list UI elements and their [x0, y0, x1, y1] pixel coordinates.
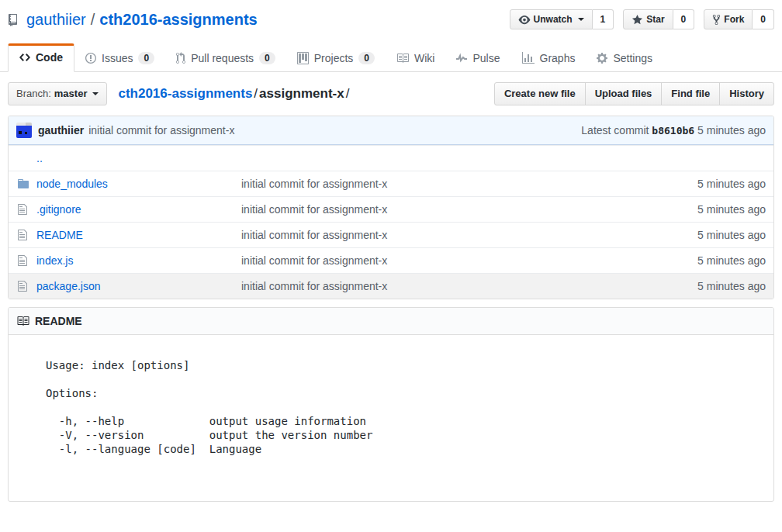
readme-header: README — [9, 308, 773, 335]
row-commit-message[interactable]: initial commit for assignment-x — [241, 254, 387, 267]
branch-select-button[interactable]: Branch: master — [8, 82, 107, 105]
up-directory-link[interactable]: .. — [36, 152, 43, 164]
row-age: 5 minutes ago — [657, 178, 773, 190]
repo-owner-link[interactable]: gauthiier — [26, 11, 86, 29]
create-new-file-button[interactable]: Create new file — [494, 82, 586, 105]
commit-sha-link[interactable]: b8610b6 — [652, 125, 694, 136]
file-link[interactable]: README — [36, 229, 83, 241]
star-count[interactable]: 0 — [673, 9, 695, 29]
commit-author-avatar[interactable] — [16, 123, 32, 138]
pull-request-icon — [176, 52, 185, 64]
fork-button[interactable]: Fork — [704, 9, 753, 29]
repo-book-icon — [8, 14, 20, 26]
breadcrumb-repo-link[interactable]: cth2016-assignments — [118, 86, 252, 101]
row-commit-message[interactable]: initial commit for assignment-x — [241, 178, 387, 190]
repo-header: gauthiier / cth2016-assignments Unwatch … — [0, 0, 782, 37]
watch-count[interactable]: 1 — [593, 9, 614, 29]
table-row: README initial commit for assignment-x 5… — [9, 222, 773, 247]
file-navigation: Branch: master cth2016-assignments/assig… — [0, 82, 782, 105]
repo-title-separator: / — [91, 11, 95, 29]
find-file-button[interactable]: Find file — [661, 82, 720, 105]
row-age: 5 minutes ago — [657, 254, 773, 267]
file-link[interactable]: index.js — [36, 254, 73, 267]
upload-files-button[interactable]: Upload files — [585, 82, 663, 105]
readme-section: README Usage: index [options] Options: -… — [8, 307, 774, 502]
breadcrumb-current-dir: assignment-x — [259, 86, 344, 101]
issue-icon — [85, 52, 96, 64]
file-link[interactable]: node_modules — [36, 178, 108, 190]
graph-icon — [522, 52, 535, 64]
breadcrumb-separator: / — [252, 86, 259, 101]
fork-group: Fork 0 — [704, 9, 774, 29]
tab-graphs[interactable]: Graphs — [511, 44, 586, 72]
readme-title: README — [35, 315, 82, 327]
row-age: 5 minutes ago — [657, 229, 773, 241]
star-icon — [631, 14, 643, 26]
file-link[interactable]: .gitignore — [36, 203, 81, 216]
chevron-down-icon — [92, 92, 99, 95]
table-row: .gitignore initial commit for assignment… — [9, 196, 773, 222]
star-group: Star 0 — [623, 9, 694, 29]
readme-body: Usage: index [options] Options: -h, --he… — [9, 335, 773, 501]
projects-count-badge: 0 — [358, 52, 375, 64]
fork-icon — [712, 14, 721, 26]
issues-count-badge: 0 — [138, 52, 154, 64]
tab-issues[interactable]: Issues 0 — [74, 44, 165, 72]
code-icon — [19, 51, 30, 64]
tab-wiki[interactable]: Wiki — [386, 44, 445, 72]
file-icon — [9, 254, 36, 267]
table-row: index.js initial commit for assignment-x… — [9, 247, 773, 273]
fork-count[interactable]: 0 — [753, 9, 774, 29]
latest-commit-bar: gauthiier initial commit for assignment-… — [9, 116, 773, 145]
file-link[interactable]: package.json — [36, 280, 101, 292]
row-age: 5 minutes ago — [657, 280, 773, 292]
watch-group: Unwatch 1 — [510, 9, 614, 29]
star-button[interactable]: Star — [623, 9, 673, 29]
pulse-icon — [456, 52, 467, 64]
commit-message-link[interactable]: initial commit for assignment-x — [88, 124, 234, 136]
row-commit-message[interactable]: initial commit for assignment-x — [241, 229, 387, 241]
files-container: gauthiier initial commit for assignment-… — [8, 116, 774, 299]
gear-icon — [597, 52, 607, 64]
readme-book-icon — [16, 315, 29, 327]
project-icon — [297, 52, 309, 64]
table-row: node_modules initial commit for assignme… — [9, 171, 773, 196]
repo-name-link[interactable]: cth2016-assignments — [99, 11, 257, 29]
breadcrumb-separator: / — [344, 86, 351, 101]
commit-author-link[interactable]: gauthiier — [38, 124, 84, 136]
chevron-down-icon — [578, 18, 584, 21]
latest-commit-meta: Latest commit b8610b6 5 minutes ago — [581, 124, 766, 136]
eye-icon — [518, 14, 531, 26]
folder-icon — [9, 178, 36, 190]
table-row-up: .. — [9, 145, 773, 171]
pulls-count-badge: 0 — [259, 52, 275, 64]
file-action-buttons: Create new file Upload files Find file H… — [494, 82, 774, 105]
social-actions: Unwatch 1 Star 0 Fo — [510, 9, 774, 29]
history-button[interactable]: History — [719, 82, 774, 105]
file-icon — [9, 280, 36, 292]
tab-projects[interactable]: Projects 0 — [286, 44, 386, 72]
file-icon — [9, 229, 36, 241]
commit-time: 5 minutes ago — [697, 124, 766, 136]
repo-tabs-bar: Code Issues 0 Pull requests 0 Projects 0 — [0, 43, 782, 72]
tab-code[interactable]: Code — [8, 43, 74, 72]
tab-settings[interactable]: Settings — [586, 44, 663, 72]
file-icon — [9, 203, 36, 216]
row-commit-message[interactable]: initial commit for assignment-x — [241, 203, 387, 216]
row-age: 5 minutes ago — [657, 203, 773, 216]
unwatch-button[interactable]: Unwatch — [510, 9, 593, 29]
repo-title: gauthiier / cth2016-assignments — [26, 11, 258, 29]
row-commit-message[interactable]: initial commit for assignment-x — [241, 280, 387, 292]
tab-pull-requests[interactable]: Pull requests 0 — [165, 44, 286, 72]
table-row: package.json initial commit for assignme… — [9, 273, 773, 299]
tab-pulse[interactable]: Pulse — [445, 44, 510, 72]
readme-content: Usage: index [options] Options: -h, --he… — [9, 335, 773, 501]
book-icon — [396, 52, 409, 64]
breadcrumb: cth2016-assignments/assignment-x/ — [118, 86, 351, 102]
